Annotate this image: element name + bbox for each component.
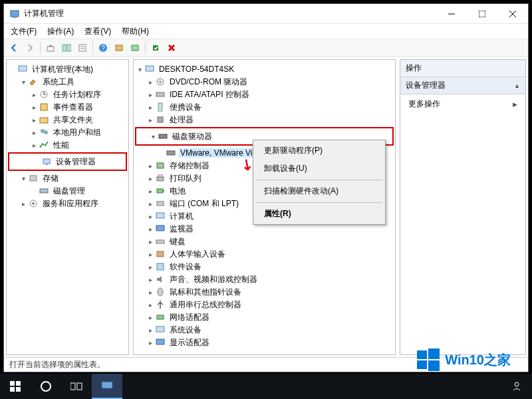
- taskbar-app-compmgmt[interactable]: [92, 374, 122, 399]
- tree-local-users[interactable]: ▸本地用户和组: [8, 126, 127, 138]
- dev-mouse[interactable]: ▸鼠标和其他指针设备: [135, 286, 394, 298]
- dev-sound[interactable]: ▸声音、视频和游戏控制器: [135, 273, 394, 285]
- keyboard-icon: [155, 236, 166, 247]
- ctx-update-driver[interactable]: 更新驱动程序(P): [255, 142, 384, 160]
- svg-rect-14: [116, 45, 122, 51]
- menu-action[interactable]: 操作(A): [45, 25, 76, 39]
- close-button[interactable]: [497, 4, 528, 24]
- ctx-properties[interactable]: 属性(R): [255, 205, 384, 223]
- port-icon: [155, 198, 166, 209]
- svg-point-52: [158, 288, 163, 296]
- tree-device-manager[interactable]: 设备管理器: [11, 156, 124, 168]
- dev-hid[interactable]: ▸人体学输入设备: [135, 248, 394, 260]
- tree-task-scheduler[interactable]: ▸任务计划程序: [8, 88, 127, 100]
- dev-usb[interactable]: ▸通用串行总线控制器: [135, 299, 394, 311]
- svg-rect-36: [156, 92, 164, 96]
- show-hide-tree-button[interactable]: [59, 41, 74, 55]
- menu-help[interactable]: 帮助(H): [119, 25, 152, 39]
- dev-display[interactable]: ▸显示适配器: [135, 336, 394, 348]
- toolbar-icon-2[interactable]: [128, 41, 142, 55]
- tree-storage[interactable]: ▾存储: [8, 172, 127, 184]
- properties-button[interactable]: [75, 41, 90, 55]
- tree-system-tools[interactable]: ▾系统工具: [8, 76, 127, 88]
- svg-rect-23: [41, 104, 47, 110]
- tree-root[interactable]: 计算机管理(本地): [8, 63, 127, 75]
- actions-more[interactable]: 更多操作▶: [400, 94, 525, 114]
- tree-services-apps[interactable]: ▸服务和应用程序: [8, 198, 127, 209]
- toolbar: ?: [4, 39, 528, 57]
- svg-rect-50: [157, 251, 164, 257]
- svg-rect-6: [47, 47, 54, 51]
- dev-portable[interactable]: ▸便携设备: [135, 101, 394, 113]
- left-tree-pane: 计算机管理(本地) ▾系统工具 ▸任务计划程序 ▸事件查看器 ▸共享文件夹 ▸本…: [6, 59, 129, 355]
- tree-performance[interactable]: ▸性能: [8, 139, 127, 151]
- enable-device-button[interactable]: [148, 41, 163, 55]
- taskview-button[interactable]: [61, 374, 92, 399]
- maximize-button[interactable]: [467, 4, 497, 24]
- svg-rect-62: [10, 387, 15, 392]
- up-button[interactable]: [43, 41, 58, 55]
- svg-rect-65: [70, 383, 75, 390]
- printer-icon: [155, 173, 166, 184]
- tree-shared-folders[interactable]: ▸共享文件夹: [8, 114, 127, 126]
- ctx-separator: [256, 202, 382, 203]
- sysdev-icon: [155, 325, 166, 335]
- dev-ide[interactable]: ▸IDE ATA/ATAPI 控制器: [135, 88, 394, 100]
- ctx-uninstall[interactable]: 卸载设备(U): [255, 160, 384, 178]
- services-icon: [28, 198, 39, 209]
- svg-rect-28: [45, 164, 48, 165]
- dev-root[interactable]: ▾DESKTOP-54DT4SK: [135, 63, 394, 75]
- win10-logo-icon: [417, 348, 440, 371]
- svg-rect-29: [30, 176, 37, 181]
- taskbar: [0, 374, 532, 399]
- dev-system[interactable]: ▸系统设备: [135, 324, 394, 336]
- svg-rect-43: [158, 175, 162, 177]
- watermark: Win10之家 www.win10xitong.com: [417, 348, 511, 371]
- svg-rect-0: [11, 11, 19, 17]
- cortana-button[interactable]: [31, 374, 61, 399]
- ctx-scan[interactable]: 扫描检测硬件改动(A): [255, 182, 384, 200]
- actions-subheader[interactable]: 设备管理器▲: [400, 77, 525, 94]
- help-button[interactable]: ?: [96, 41, 110, 55]
- tree-disk-management[interactable]: 磁盘管理: [8, 185, 127, 197]
- forward-button[interactable]: [23, 41, 37, 55]
- svg-rect-9: [79, 45, 86, 51]
- svg-rect-63: [16, 387, 21, 392]
- dev-dvd[interactable]: ▸DVD/CD-ROM 驱动器: [135, 76, 394, 88]
- toolbar-icon-1[interactable]: [112, 41, 126, 55]
- minimize-button[interactable]: [436, 4, 467, 24]
- dev-software[interactable]: ▸软件设备: [135, 261, 394, 273]
- pc-icon: [144, 64, 155, 74]
- svg-point-68: [515, 382, 519, 386]
- collapse-icon: ▲: [514, 82, 520, 89]
- clock-icon: [39, 89, 49, 100]
- svg-rect-48: [156, 225, 164, 231]
- dev-network[interactable]: ▸网络适配器: [135, 311, 394, 323]
- menu-file[interactable]: 文件(F): [8, 25, 39, 39]
- ctx-separator: [256, 180, 382, 180]
- svg-rect-40: [167, 151, 175, 155]
- cpu-icon: [155, 114, 166, 125]
- svg-rect-1: [13, 17, 17, 18]
- display-icon: [155, 337, 166, 348]
- svg-rect-53: [157, 315, 164, 319]
- tray-people-icon[interactable]: [501, 374, 532, 399]
- dvd-icon: [155, 76, 166, 87]
- tree-event-viewer[interactable]: ▸事件查看器: [8, 101, 127, 113]
- svg-rect-67: [102, 382, 112, 388]
- usb-icon: [155, 299, 166, 310]
- svg-rect-8: [67, 45, 70, 51]
- event-icon: [39, 102, 49, 112]
- uninstall-device-button[interactable]: [164, 41, 179, 55]
- dev-cpu[interactable]: ▸处理器: [135, 114, 394, 126]
- monitor-icon: [155, 223, 166, 234]
- svg-rect-46: [157, 201, 164, 205]
- back-button[interactable]: [7, 41, 21, 55]
- svg-rect-55: [156, 339, 164, 344]
- window-title: 计算机管理: [24, 8, 64, 19]
- dev-keyboard[interactable]: ▸键盘: [135, 235, 394, 247]
- start-button[interactable]: [0, 374, 31, 399]
- svg-text:?: ?: [101, 45, 105, 52]
- menu-view[interactable]: 查看(V): [82, 25, 114, 39]
- mouse-icon: [155, 287, 166, 297]
